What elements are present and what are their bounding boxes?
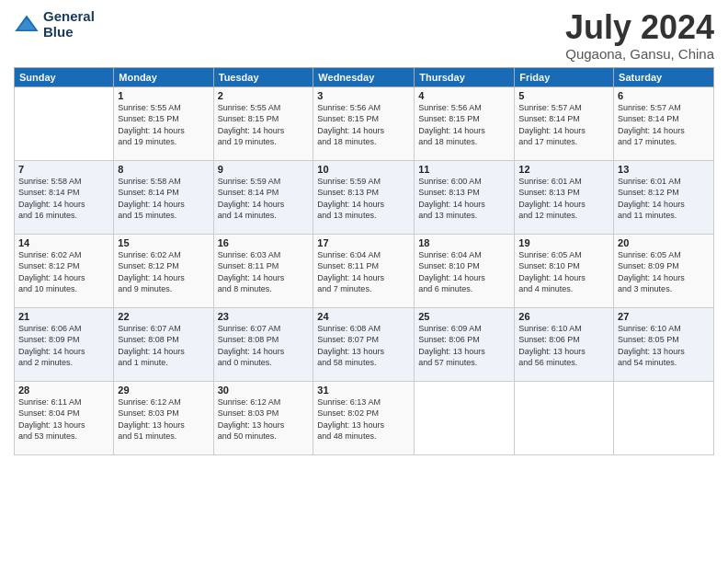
calendar-cell [15,86,114,160]
day-info: Sunrise: 6:01 AM Sunset: 8:13 PM Dayligh… [518,176,609,222]
day-info: Sunrise: 6:00 AM Sunset: 8:13 PM Dayligh… [418,176,510,222]
day-number: 20 [618,237,710,248]
calendar-cell: 21Sunrise: 6:06 AM Sunset: 8:09 PM Dayli… [15,307,114,381]
calendar-cell: 9Sunrise: 5:59 AM Sunset: 8:14 PM Daylig… [213,160,313,234]
calendar-cell [415,381,515,454]
day-info: Sunrise: 6:02 AM Sunset: 8:12 PM Dayligh… [18,249,109,295]
calendar-cell: 29Sunrise: 6:12 AM Sunset: 8:03 PM Dayli… [114,381,213,454]
day-info: Sunrise: 5:59 AM Sunset: 8:13 PM Dayligh… [317,176,410,222]
header: General Blue July 2024 Qugaona, Gansu, C… [14,9,714,62]
calendar-cell [614,381,714,454]
calendar-cell: 1Sunrise: 5:55 AM Sunset: 8:15 PM Daylig… [114,86,213,160]
calendar-cell: 31Sunrise: 6:13 AM Sunset: 8:02 PM Dayli… [313,381,415,454]
day-info: Sunrise: 6:09 AM Sunset: 8:06 PM Dayligh… [418,323,510,369]
calendar-cell: 8Sunrise: 5:58 AM Sunset: 8:14 PM Daylig… [114,160,213,234]
day-info: Sunrise: 5:56 AM Sunset: 8:15 PM Dayligh… [317,102,410,148]
calendar-cell: 12Sunrise: 6:01 AM Sunset: 8:13 PM Dayli… [515,160,614,234]
weekday-header: Tuesday [213,67,313,86]
day-number: 25 [418,311,510,322]
day-info: Sunrise: 6:04 AM Sunset: 8:10 PM Dayligh… [418,249,510,295]
day-number: 6 [618,90,710,101]
day-info: Sunrise: 6:08 AM Sunset: 8:07 PM Dayligh… [317,323,410,369]
logo: General Blue [14,9,95,40]
calendar-cell: 30Sunrise: 6:12 AM Sunset: 8:03 PM Dayli… [213,381,313,454]
day-number: 3 [317,90,410,101]
day-number: 28 [18,385,109,396]
day-number: 4 [418,90,510,101]
weekday-header: Saturday [614,67,714,86]
calendar-week-row: 7Sunrise: 5:58 AM Sunset: 8:14 PM Daylig… [15,160,714,234]
calendar-cell: 19Sunrise: 6:05 AM Sunset: 8:10 PM Dayli… [515,234,614,307]
day-number: 9 [218,164,310,175]
day-info: Sunrise: 6:04 AM Sunset: 8:11 PM Dayligh… [317,249,410,295]
day-info: Sunrise: 6:05 AM Sunset: 8:10 PM Dayligh… [518,249,609,295]
day-info: Sunrise: 5:58 AM Sunset: 8:14 PM Dayligh… [118,176,209,222]
calendar-cell: 20Sunrise: 6:05 AM Sunset: 8:09 PM Dayli… [614,234,714,307]
calendar-cell: 11Sunrise: 6:00 AM Sunset: 8:13 PM Dayli… [415,160,515,234]
day-number: 27 [618,311,710,322]
day-number: 11 [418,164,510,175]
day-number: 29 [118,385,209,396]
day-number: 1 [118,90,209,101]
day-number: 2 [218,90,310,101]
day-info: Sunrise: 5:59 AM Sunset: 8:14 PM Dayligh… [218,176,310,222]
calendar-cell: 28Sunrise: 6:11 AM Sunset: 8:04 PM Dayli… [15,381,114,454]
day-number: 23 [218,311,310,322]
calendar-cell: 10Sunrise: 5:59 AM Sunset: 8:13 PM Dayli… [313,160,415,234]
day-number: 17 [317,237,410,248]
day-number: 8 [118,164,209,175]
day-info: Sunrise: 6:03 AM Sunset: 8:11 PM Dayligh… [218,249,310,295]
day-number: 15 [118,237,209,248]
day-info: Sunrise: 6:07 AM Sunset: 8:08 PM Dayligh… [218,323,310,369]
weekday-header: Monday [114,67,213,86]
day-number: 26 [518,311,609,322]
calendar-cell [515,381,614,454]
day-info: Sunrise: 6:13 AM Sunset: 8:02 PM Dayligh… [317,396,410,442]
day-number: 5 [518,90,609,101]
calendar-week-row: 1Sunrise: 5:55 AM Sunset: 8:15 PM Daylig… [15,86,714,160]
day-info: Sunrise: 5:57 AM Sunset: 8:14 PM Dayligh… [618,102,710,148]
calendar-cell: 7Sunrise: 5:58 AM Sunset: 8:14 PM Daylig… [15,160,114,234]
calendar-week-row: 21Sunrise: 6:06 AM Sunset: 8:09 PM Dayli… [15,307,714,381]
weekday-header: Sunday [15,67,114,86]
calendar-cell: 22Sunrise: 6:07 AM Sunset: 8:08 PM Dayli… [114,307,213,381]
day-number: 24 [317,311,410,322]
calendar-cell: 18Sunrise: 6:04 AM Sunset: 8:10 PM Dayli… [415,234,515,307]
calendar-cell: 2Sunrise: 5:55 AM Sunset: 8:15 PM Daylig… [213,86,313,160]
calendar-cell: 24Sunrise: 6:08 AM Sunset: 8:07 PM Dayli… [313,307,415,381]
day-number: 21 [18,311,109,322]
calendar-cell: 6Sunrise: 5:57 AM Sunset: 8:14 PM Daylig… [614,86,714,160]
title-block: July 2024 Qugaona, Gansu, China [565,9,714,62]
day-info: Sunrise: 5:55 AM Sunset: 8:15 PM Dayligh… [118,102,209,148]
calendar-cell: 17Sunrise: 6:04 AM Sunset: 8:11 PM Dayli… [313,234,415,307]
day-number: 13 [618,164,710,175]
calendar-cell: 26Sunrise: 6:10 AM Sunset: 8:06 PM Dayli… [515,307,614,381]
day-info: Sunrise: 6:12 AM Sunset: 8:03 PM Dayligh… [218,396,310,442]
calendar-cell: 5Sunrise: 5:57 AM Sunset: 8:14 PM Daylig… [515,86,614,160]
day-number: 31 [317,385,410,396]
day-number: 12 [518,164,609,175]
calendar-cell: 27Sunrise: 6:10 AM Sunset: 8:05 PM Dayli… [614,307,714,381]
day-info: Sunrise: 6:06 AM Sunset: 8:09 PM Dayligh… [18,323,109,369]
calendar-cell: 16Sunrise: 6:03 AM Sunset: 8:11 PM Dayli… [213,234,313,307]
day-number: 14 [18,237,109,248]
calendar-cell: 3Sunrise: 5:56 AM Sunset: 8:15 PM Daylig… [313,86,415,160]
day-info: Sunrise: 5:58 AM Sunset: 8:14 PM Dayligh… [18,176,109,222]
main-title: July 2024 [565,9,714,46]
day-info: Sunrise: 6:10 AM Sunset: 8:05 PM Dayligh… [618,323,710,369]
day-number: 22 [118,311,209,322]
day-info: Sunrise: 6:11 AM Sunset: 8:04 PM Dayligh… [18,396,109,442]
calendar-cell: 25Sunrise: 6:09 AM Sunset: 8:06 PM Dayli… [415,307,515,381]
calendar-table: SundayMondayTuesdayWednesdayThursdayFrid… [14,67,714,455]
calendar-week-row: 28Sunrise: 6:11 AM Sunset: 8:04 PM Dayli… [15,381,714,454]
calendar-cell: 14Sunrise: 6:02 AM Sunset: 8:12 PM Dayli… [15,234,114,307]
weekday-header-row: SundayMondayTuesdayWednesdayThursdayFrid… [15,67,714,86]
calendar-week-row: 14Sunrise: 6:02 AM Sunset: 8:12 PM Dayli… [15,234,714,307]
day-number: 30 [218,385,310,396]
weekday-header: Wednesday [313,67,415,86]
day-info: Sunrise: 6:05 AM Sunset: 8:09 PM Dayligh… [618,249,710,295]
day-number: 19 [518,237,609,248]
logo-text: General Blue [43,9,95,40]
day-info: Sunrise: 5:55 AM Sunset: 8:15 PM Dayligh… [218,102,310,148]
page: General Blue July 2024 Qugaona, Gansu, C… [0,0,728,563]
